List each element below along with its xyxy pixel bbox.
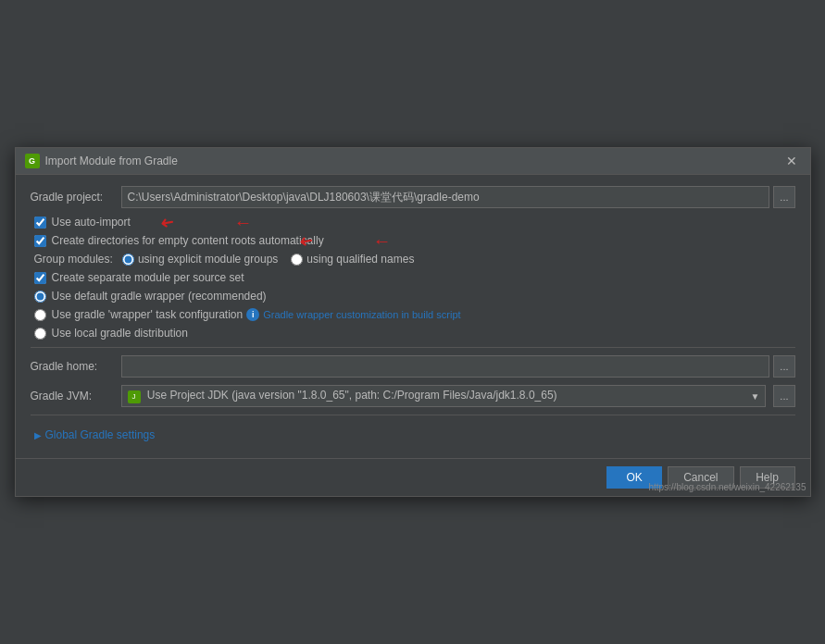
dialog-title: Import Module from Gradle [45, 155, 178, 167]
gradle-home-label: Gradle home: [31, 360, 114, 373]
use-gradle-wrapper-row: Use gradle 'wrapper' task configuration … [31, 308, 795, 321]
gradle-jvm-label: Gradle JVM: [31, 390, 114, 402]
dialog-content: Gradle project: ... Use auto-import ← ➜ … [16, 175, 810, 458]
use-auto-import-checkbox[interactable] [34, 217, 46, 229]
create-separate-checkbox[interactable] [34, 272, 46, 284]
radio-explicit-label: using explicit module groups [138, 253, 278, 266]
jdk-value: Use Project JDK (java version "1.8.0_65"… [147, 389, 557, 402]
use-local-row: Use local gradle distribution [31, 327, 795, 340]
gradle-project-row: Gradle project: ... [31, 186, 795, 208]
gradle-project-browse-button[interactable]: ... [773, 186, 794, 208]
section-divider [31, 347, 795, 348]
info-icon[interactable]: i [246, 308, 259, 321]
radio-qualified-option: using qualified names [291, 253, 414, 266]
wrapper-customization-link[interactable]: Gradle wrapper customization in build sc… [263, 309, 460, 320]
group-modules-label: Group modules: [34, 253, 113, 266]
use-default-wrapper-label: Use default gradle wrapper (recommended) [52, 290, 267, 303]
gradle-home-input[interactable] [121, 355, 770, 378]
radio-qualified-input[interactable] [291, 254, 303, 266]
arrow-annotation-1: ← [234, 212, 253, 233]
import-module-dialog: G Import Module from Gradle ✕ Gradle pro… [15, 147, 811, 497]
use-gradle-wrapper-radio[interactable] [34, 309, 46, 321]
use-auto-import-row: Use auto-import ← ➜ [31, 216, 795, 229]
create-separate-label: Create separate module per source set [52, 271, 244, 284]
arrow-annotation-2: ← [373, 230, 392, 252]
gradle-home-row: Gradle home: ... [31, 355, 795, 378]
use-local-radio[interactable] [34, 328, 46, 340]
create-dirs-row: Create directories for empty content roo… [31, 234, 795, 247]
gradle-project-label: Gradle project: [31, 191, 114, 204]
section-divider-2 [31, 415, 795, 415]
close-button[interactable]: ✕ [782, 154, 801, 168]
jdk-select-wrapper: J Use Project JDK (java version "1.8.0_6… [121, 385, 795, 407]
use-default-wrapper-row: Use default gradle wrapper (recommended) [31, 290, 795, 303]
dialog-icon: G [25, 154, 40, 168]
group-modules-row: Group modules: using explicit module gro… [31, 253, 795, 266]
jdk-icon: J [128, 390, 141, 403]
dropdown-arrow-icon: ▼ [750, 391, 759, 402]
watermark-text: https://blog.csdn.net/weixin_42262135 [648, 482, 806, 492]
jdk-select[interactable]: J Use Project JDK (java version "1.8.0_6… [121, 385, 767, 407]
gradle-home-browse-button[interactable]: ... [773, 355, 794, 378]
gradle-jvm-row: Gradle JVM: J Use Project JDK (java vers… [31, 385, 795, 407]
radio-qualified-label: using qualified names [306, 253, 414, 266]
global-settings-label: Global Gradle settings [45, 428, 156, 441]
use-auto-import-label: Use auto-import [52, 216, 131, 229]
radio-explicit-input[interactable] [122, 254, 134, 266]
global-gradle-settings[interactable]: ▶ Global Gradle settings [31, 423, 795, 447]
title-bar: G Import Module from Gradle ✕ [16, 148, 810, 175]
dialog-footer: OK Cancel Help https://blog.csdn.net/wei… [16, 458, 810, 496]
create-dirs-label: Create directories for empty content roo… [52, 234, 324, 247]
use-gradle-wrapper-label: Use gradle 'wrapper' task configuration [52, 308, 244, 321]
title-bar-left: G Import Module from Gradle [25, 154, 178, 168]
red-arrow-1: ➜ [158, 213, 175, 231]
use-local-label: Use local gradle distribution [52, 327, 188, 340]
triangle-icon: ▶ [34, 430, 42, 440]
gradle-project-input[interactable] [121, 186, 770, 208]
radio-explicit-option: using explicit module groups [122, 253, 278, 266]
create-dirs-checkbox[interactable] [34, 235, 46, 247]
jdk-browse-button[interactable]: ... [773, 385, 794, 407]
use-default-wrapper-radio[interactable] [34, 291, 46, 303]
create-separate-row: Create separate module per source set [31, 271, 795, 284]
